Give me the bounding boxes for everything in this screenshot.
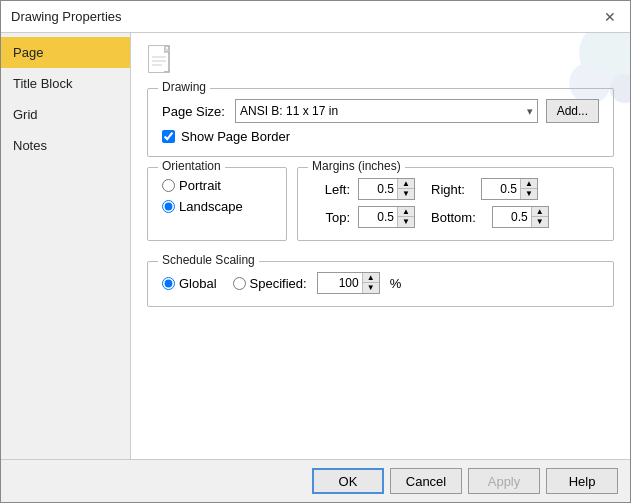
page-icon <box>147 45 614 82</box>
sidebar-item-page[interactable]: Page <box>1 37 130 68</box>
top-spin-up[interactable]: ▲ <box>398 207 414 217</box>
title-bar: Drawing Properties ✕ <box>1 1 630 33</box>
orientation-section-label: Orientation <box>158 159 225 173</box>
right-spin-up[interactable]: ▲ <box>521 179 537 189</box>
show-page-border-checkbox[interactable] <box>162 130 175 143</box>
content-area: Page Title Block Grid Notes <box>1 33 630 459</box>
bottom-input[interactable] <box>493 207 531 227</box>
page-size-select-wrapper: ANSI B: 11 x 17 in <box>235 99 538 123</box>
show-page-border-row: Show Page Border <box>162 129 599 144</box>
specified-spin-buttons: ▲ ▼ <box>362 273 379 293</box>
global-radio-label[interactable]: Global <box>162 276 217 291</box>
bottom-label: Bottom: <box>431 210 476 225</box>
specified-row: Specified: ▲ ▼ % <box>233 272 402 294</box>
ok-button[interactable]: OK <box>312 468 384 494</box>
main-panel: Drawing Page Size: ANSI B: 11 x 17 in Ad… <box>131 33 630 459</box>
right-spin-down[interactable]: ▼ <box>521 189 537 199</box>
page-size-select[interactable]: ANSI B: 11 x 17 in <box>235 99 538 123</box>
top-spin-wrapper: ▲ ▼ <box>358 206 415 228</box>
left-label: Left: <box>312 182 350 197</box>
margins-inputs: Left: ▲ ▼ Right: <box>312 178 599 228</box>
help-button[interactable]: Help <box>546 468 618 494</box>
svg-rect-4 <box>149 46 164 72</box>
percent-label: % <box>390 276 402 291</box>
top-spin-down[interactable]: ▼ <box>398 217 414 227</box>
bottom-spin-up[interactable]: ▲ <box>532 207 548 217</box>
specified-input[interactable] <box>318 273 362 293</box>
landscape-radio[interactable] <box>162 200 175 213</box>
specified-radio[interactable] <box>233 277 246 290</box>
page-size-row: Page Size: ANSI B: 11 x 17 in Add... <box>162 99 599 123</box>
landscape-radio-label[interactable]: Landscape <box>162 199 272 214</box>
sidebar-item-title-block[interactable]: Title Block <box>1 68 130 99</box>
portrait-radio[interactable] <box>162 179 175 192</box>
specified-spin-down[interactable]: ▼ <box>363 283 379 293</box>
show-page-border-label[interactable]: Show Page Border <box>181 129 290 144</box>
landscape-label: Landscape <box>179 199 243 214</box>
sidebar-item-grid[interactable]: Grid <box>1 99 130 130</box>
specified-label: Specified: <box>250 276 307 291</box>
page-size-label: Page Size: <box>162 104 227 119</box>
right-label: Right: <box>431 182 465 197</box>
margins-section-label: Margins (inches) <box>308 159 405 173</box>
orientation-options: Portrait Landscape <box>162 178 272 214</box>
bottom-spin-down[interactable]: ▼ <box>532 217 548 227</box>
top-label: Top: <box>312 210 350 225</box>
dialog: Drawing Properties ✕ Page Title Block Gr… <box>0 0 631 503</box>
margins-section: Margins (inches) Left: ▲ ▼ Righ <box>297 167 614 241</box>
add-button[interactable]: Add... <box>546 99 599 123</box>
footer: OK Cancel Apply Help <box>1 459 630 502</box>
schedule-options: Global Specified: ▲ ▼ <box>162 272 599 294</box>
schedule-section-label: Schedule Scaling <box>158 253 259 267</box>
left-input[interactable] <box>359 179 397 199</box>
top-spin-buttons: ▲ ▼ <box>397 207 414 227</box>
cancel-button[interactable]: Cancel <box>390 468 462 494</box>
left-spin-down[interactable]: ▼ <box>398 189 414 199</box>
left-right-row: Left: ▲ ▼ Right: <box>312 178 599 200</box>
right-spin-buttons: ▲ ▼ <box>520 179 537 199</box>
left-spin-buttons: ▲ ▼ <box>397 179 414 199</box>
apply-button[interactable]: Apply <box>468 468 540 494</box>
schedule-section: Schedule Scaling Global Specified: <box>147 261 614 307</box>
left-spin-wrapper: ▲ ▼ <box>358 178 415 200</box>
portrait-label: Portrait <box>179 178 221 193</box>
top-input[interactable] <box>359 207 397 227</box>
left-spin-up[interactable]: ▲ <box>398 179 414 189</box>
global-label: Global <box>179 276 217 291</box>
specified-radio-label[interactable]: Specified: <box>233 276 307 291</box>
drawing-section-label: Drawing <box>158 80 210 94</box>
global-radio[interactable] <box>162 277 175 290</box>
dialog-title: Drawing Properties <box>11 9 122 24</box>
sidebar: Page Title Block Grid Notes <box>1 33 131 459</box>
specified-spin-up[interactable]: ▲ <box>363 273 379 283</box>
portrait-radio-label[interactable]: Portrait <box>162 178 272 193</box>
right-input[interactable] <box>482 179 520 199</box>
close-button[interactable]: ✕ <box>600 7 620 27</box>
sidebar-item-notes[interactable]: Notes <box>1 130 130 161</box>
bottom-spin-wrapper: ▲ ▼ <box>492 206 549 228</box>
drawing-section: Drawing Page Size: ANSI B: 11 x 17 in Ad… <box>147 88 614 157</box>
top-bottom-row: Top: ▲ ▼ Bottom: <box>312 206 599 228</box>
right-spin-wrapper: ▲ ▼ <box>481 178 538 200</box>
specified-spin-wrapper: ▲ ▼ <box>317 272 380 294</box>
bottom-spin-buttons: ▲ ▼ <box>531 207 548 227</box>
orientation-section: Orientation Portrait Landscape <box>147 167 287 241</box>
